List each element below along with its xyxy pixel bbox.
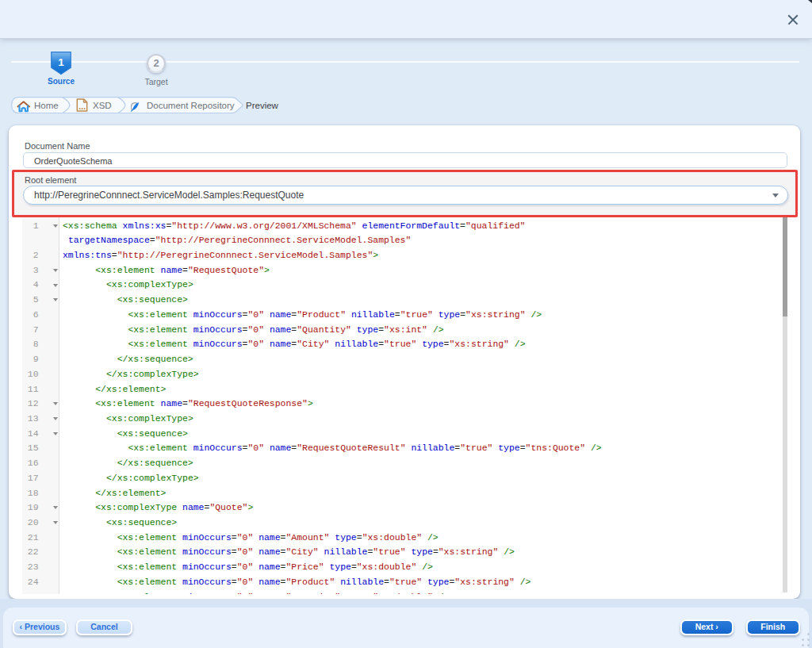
svg-text:1: 1 bbox=[58, 56, 64, 68]
